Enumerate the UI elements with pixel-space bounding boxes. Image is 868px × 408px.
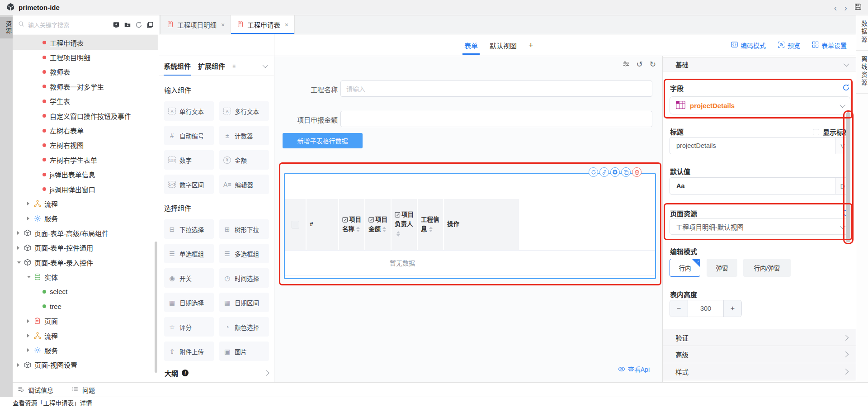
adjust-icon[interactable] [623,60,630,69]
tree-item[interactable]: 学生表 [13,94,158,109]
expand-arrow-icon[interactable] [27,217,33,220]
bind-link-button[interactable] [599,167,609,177]
tree-item[interactable]: 流程 [13,328,158,343]
tree-item[interactable]: 页面 [13,313,158,328]
debug-info-tab[interactable]: 调试信息 [17,385,53,394]
palette-component[interactable]: ☰多选框组 [219,244,269,263]
preview-button[interactable]: 预览 [778,41,800,50]
add-subtable-row-button[interactable]: 新增子表格行数据 [283,133,363,148]
palette-component[interactable]: ▦日期区间 [219,293,269,312]
tree-item[interactable]: 左树右表单 [13,123,158,138]
palette-component[interactable]: ◷时间选择 [219,268,269,288]
editor-tab[interactable]: 工程申请表× [231,15,295,34]
resources-rail-tab[interactable]: 资源 [0,17,13,38]
tree-item[interactable]: js弹出表单信息 [13,167,158,182]
right-rail-tab[interactable]: 离线资源 [856,51,868,94]
tree-item[interactable]: 服务 [13,211,158,226]
palette-component[interactable]: ◔颜色选择 [219,317,269,337]
column-header[interactable]: 工程信息 [421,215,440,234]
palette-component[interactable]: A≡编辑器 [219,175,269,194]
expand-arrow-icon[interactable] [27,202,33,205]
increase-button[interactable]: + [723,300,741,317]
expand-arrow-icon[interactable] [27,334,33,337]
collapse-arrow-icon[interactable] [27,276,33,278]
inspector-section[interactable]: 高级 [663,346,856,363]
collapse-arrow-icon[interactable] [17,261,24,264]
column-header[interactable]: 项目金额 [368,215,387,234]
subtable-widget[interactable]: #项目名称项目金额项目负责人工程信息操作 暂无数据 [284,173,656,279]
declared-amount-input[interactable] [340,111,652,127]
problems-tab[interactable]: 问题 [71,385,95,394]
tree-item[interactable]: 服务 [13,343,158,357]
tree-item[interactable]: 教师表 [13,65,158,79]
expand-arrow-icon[interactable] [17,363,24,367]
tree-item[interactable]: 流程 [13,196,158,211]
inspector-section[interactable]: 样式 [663,363,856,380]
select-all-checkbox[interactable] [292,221,299,228]
field-select[interactable]: projectDetails [670,96,850,114]
delete-widget-button[interactable] [632,167,642,177]
project-name-input[interactable]: 请输入 [340,81,652,97]
table-height-value[interactable]: 300 [688,300,723,317]
save-icon[interactable] [854,3,862,12]
tree-item[interactable]: 左树右视图 [13,138,158,152]
close-icon[interactable]: × [285,21,288,28]
column-header[interactable]: # [310,220,313,229]
tree-item[interactable]: tree [13,299,158,313]
column-header[interactable]: 项目负责人 [395,210,414,239]
edit-mode-option[interactable]: 弹窗 [707,259,737,277]
inspector-section[interactable]: 验证 [663,329,856,346]
copy-widget-button[interactable] [621,167,631,177]
sort-icon[interactable] [356,225,360,234]
column-header[interactable]: 操作 [447,220,459,229]
palette-component[interactable]: ⊞树形下拉 [219,219,269,239]
new-folder-icon[interactable] [123,21,132,29]
tree-item[interactable]: 页面-表单-高级/布局组件 [13,226,158,240]
import-resource-icon[interactable] [112,21,120,29]
palette-component[interactable]: ¥金额 [219,150,269,170]
refresh-field-icon[interactable] [842,84,850,91]
tree-item[interactable]: 页面-表单-录入控件 [13,255,158,270]
tree-item[interactable]: 左树右学生表单 [13,152,158,167]
palette-component[interactable]: ⊟下拉选择 [164,219,214,239]
chevron-down-icon[interactable] [263,62,269,68]
expand-arrow-icon[interactable] [17,246,24,250]
expand-arrow-icon[interactable] [17,231,24,235]
tree-item[interactable]: 工程项目明细 [13,50,158,64]
refresh-icon[interactable] [135,21,143,29]
explorer-scrollbar[interactable] [155,242,157,373]
palette-component[interactable]: 1~3数字区间 [164,175,214,194]
decrease-button[interactable]: − [670,300,688,317]
outline-row[interactable]: 大纲 i [159,363,274,382]
palette-component[interactable]: A多行文本 [219,101,269,121]
add-view-button[interactable]: + [528,41,533,50]
edit-mode-option[interactable]: 行内✓ [670,259,700,277]
form-settings-button[interactable]: 表单设置 [812,41,847,50]
tree-item[interactable]: 自定义窗口操作按钮及事件 [13,109,158,123]
show-label-checkbox[interactable] [813,129,819,135]
palette-component[interactable]: ☆评分 [164,317,214,337]
column-header[interactable]: 项目名称 [342,215,361,234]
close-icon[interactable]: × [221,21,225,28]
palette-component[interactable]: ◉开关 [164,268,214,288]
palette-component[interactable]: 123数字 [164,150,214,170]
right-rail-tab[interactable]: 数据源 [856,15,868,51]
page-resource-select[interactable]: 工程项目明细-默认视图 [670,218,850,235]
collapse-panel-icon[interactable] [146,21,154,29]
forward-icon[interactable]: › [844,3,847,12]
search-input[interactable]: 输入关键字搜索 [28,20,69,29]
edit-mode-option[interactable]: 行内/弹窗 [743,259,791,277]
redo-icon[interactable]: ↻ [650,61,656,68]
tree-item[interactable]: 实体 [13,270,158,284]
editor-tab[interactable]: 工程项目明细× [160,15,231,34]
sort-icon[interactable] [382,225,386,234]
palette-component[interactable]: ▣图片 [219,342,269,361]
palette-component[interactable]: A单行文本 [164,101,214,121]
code-mode-button[interactable]: 编码模式 [731,41,766,50]
inspector-scrollbar[interactable] [846,112,850,242]
palette-component[interactable]: ☰单选框组 [164,244,214,263]
tree-item[interactable]: js调用弹出窗口 [13,182,158,196]
palette-component[interactable]: ⇧附件上传 [164,342,214,361]
widget-settings-button[interactable] [610,167,620,177]
palette-tab[interactable]: 扩展组件 [198,56,225,76]
